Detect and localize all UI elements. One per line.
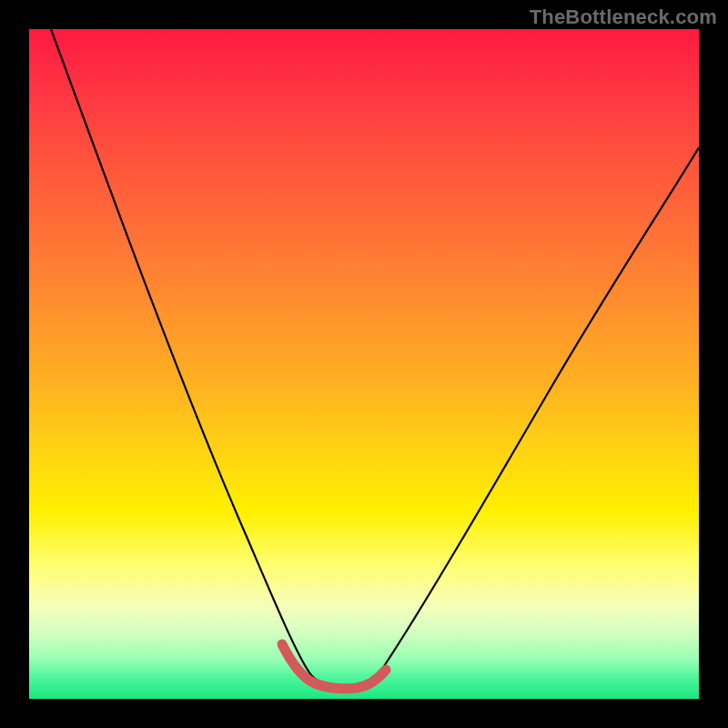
curve-layer xyxy=(29,29,699,699)
watermark-text: TheBottleneck.com xyxy=(530,5,717,29)
plot-area xyxy=(29,29,699,699)
chart-frame: TheBottleneck.com xyxy=(0,0,728,728)
bottleneck-curve-path xyxy=(51,29,699,689)
